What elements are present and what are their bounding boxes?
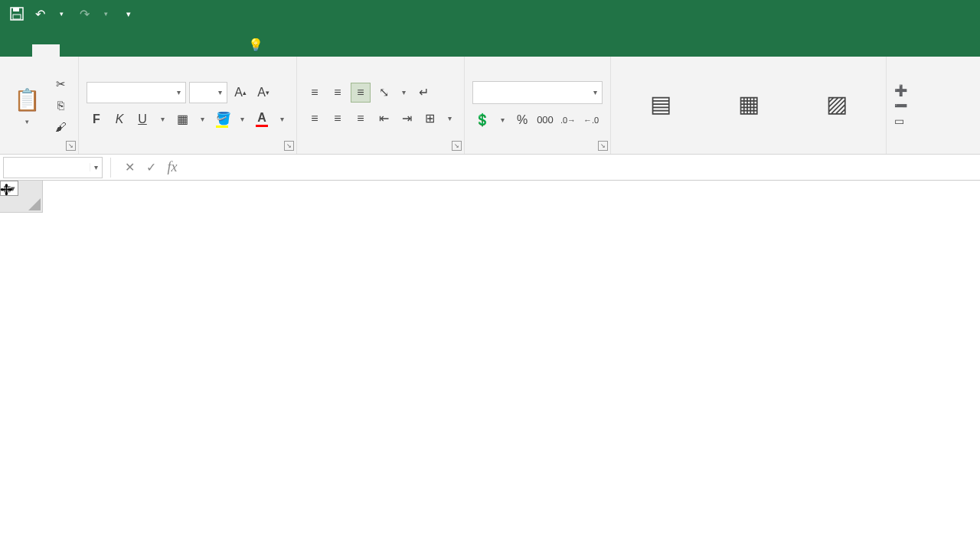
styles-group-label bbox=[619, 151, 878, 152]
ribbon-tabs: 💡 bbox=[0, 28, 980, 57]
border-button[interactable]: ▦ bbox=[172, 109, 192, 129]
alignment-dialog-launcher[interactable]: ↘ bbox=[452, 141, 462, 151]
tab-formulas[interactable] bbox=[115, 44, 142, 57]
cancel-formula-button[interactable]: ✕ bbox=[119, 157, 140, 178]
increase-indent-button[interactable]: ⇥ bbox=[397, 109, 416, 129]
delete-cells-icon: ➖ bbox=[894, 99, 907, 112]
border-dd[interactable]: ▾ bbox=[195, 115, 209, 123]
number-dialog-launcher[interactable]: ↘ bbox=[598, 141, 608, 151]
conditional-formatting-button[interactable]: ▤ bbox=[639, 88, 683, 123]
insert-function-button[interactable]: fx bbox=[162, 157, 183, 178]
tab-file[interactable] bbox=[5, 44, 32, 57]
svg-rect-1 bbox=[13, 8, 19, 11]
decrease-indent-button[interactable]: ⇤ bbox=[374, 109, 394, 129]
percent-button[interactable]: % bbox=[512, 110, 532, 130]
orientation-button[interactable]: ⤡ bbox=[374, 83, 394, 103]
group-alignment: ≡ ≡ ≡ ⤡ ▾ ↵ ≡ ≡ ≡ ⇤ ⇥ ⊞ ▾ ↘ bbox=[297, 57, 465, 154]
decrease-font-button[interactable]: A▾ bbox=[253, 83, 273, 103]
format-cells-icon: ▭ bbox=[894, 115, 904, 127]
font-size-dropdown-icon: ▾ bbox=[213, 88, 227, 96]
formula-bar: ▾ ✕ ✓ fx bbox=[0, 155, 980, 181]
insert-cells-icon: ➕ bbox=[894, 84, 907, 96]
font-group-label bbox=[87, 151, 289, 152]
format-cells-button[interactable]: ▭ bbox=[894, 115, 909, 127]
format-as-table-icon: ▦ bbox=[733, 90, 765, 120]
increase-font-button[interactable]: A▴ bbox=[230, 83, 250, 103]
font-name-input[interactable] bbox=[87, 86, 172, 99]
group-number: ▾ 💲 ▾ % 000 .0→ ←.0 ↘ bbox=[465, 57, 611, 154]
alignment-group-label bbox=[305, 151, 456, 152]
redo-dropdown[interactable]: ▾ bbox=[95, 3, 116, 24]
underline-dd[interactable]: ▾ bbox=[155, 115, 169, 123]
number-format-combo[interactable]: ▾ bbox=[472, 81, 603, 104]
cut-button[interactable]: ✂ bbox=[51, 74, 70, 94]
group-styles: ▤ ▦ ▨ bbox=[611, 57, 887, 154]
font-dialog-launcher[interactable]: ↘ bbox=[284, 141, 294, 151]
italic-button[interactable]: K bbox=[109, 109, 129, 129]
accounting-format-button[interactable]: 💲 bbox=[472, 110, 492, 130]
ribbon: 📋 ▾ ✂ ⎘ 🖌 ↘ ▾ ▾ bbox=[0, 57, 980, 155]
bulb-icon: 💡 bbox=[248, 37, 263, 52]
accounting-dd[interactable]: ▾ bbox=[495, 116, 509, 124]
autofill-options-button[interactable]: ▦▾ bbox=[0, 181, 18, 196]
clipboard-dialog-launcher[interactable]: ↘ bbox=[66, 141, 76, 151]
font-name-combo[interactable]: ▾ bbox=[87, 82, 186, 103]
underline-button[interactable]: U bbox=[132, 109, 152, 129]
name-box[interactable]: ▾ bbox=[3, 157, 103, 178]
insert-cells-button[interactable]: ➕ bbox=[894, 84, 912, 96]
separator bbox=[110, 158, 111, 178]
number-group-label bbox=[472, 151, 603, 152]
redo-button[interactable]: ↷ bbox=[74, 3, 95, 24]
font-size-input[interactable] bbox=[190, 86, 213, 99]
group-clipboard: 📋 ▾ ✂ ⎘ 🖌 ↘ bbox=[0, 57, 79, 154]
merge-button[interactable]: ⊞ bbox=[420, 109, 439, 129]
tab-home[interactable] bbox=[32, 44, 60, 57]
increase-decimal-button[interactable]: .0→ bbox=[558, 110, 578, 130]
name-box-dd-icon: ▾ bbox=[90, 163, 102, 171]
undo-button[interactable]: ↶ bbox=[29, 3, 51, 24]
quick-access-toolbar: ↶ ▾ ↷ ▾ ▾ bbox=[6, 3, 139, 24]
paste-dropdown-icon: ▾ bbox=[25, 118, 29, 126]
merge-dd[interactable]: ▾ bbox=[443, 114, 456, 122]
paste-button[interactable]: 📋 ▾ bbox=[8, 71, 46, 140]
cell-styles-icon: ▨ bbox=[821, 90, 853, 120]
font-color-button[interactable]: A bbox=[252, 109, 272, 129]
tab-view[interactable] bbox=[198, 44, 225, 57]
wrap-text-button[interactable]: ↵ bbox=[413, 83, 433, 103]
font-name-dropdown-icon: ▾ bbox=[172, 88, 185, 96]
undo-dropdown[interactable]: ▾ bbox=[51, 3, 72, 24]
align-middle-button[interactable]: ≡ bbox=[328, 83, 348, 103]
font-color-dd[interactable]: ▾ bbox=[275, 115, 289, 123]
tab-data[interactable] bbox=[142, 44, 170, 57]
bold-button[interactable]: F bbox=[87, 109, 106, 129]
comma-style-button[interactable]: 000 bbox=[535, 110, 555, 130]
align-right-button[interactable]: ≡ bbox=[351, 109, 371, 129]
copy-button[interactable]: ⎘ bbox=[51, 96, 70, 116]
delete-cells-button[interactable]: ➖ bbox=[894, 99, 912, 112]
save-button[interactable] bbox=[6, 3, 28, 24]
name-box-input[interactable] bbox=[4, 161, 90, 174]
fill-color-button[interactable]: 🪣 bbox=[212, 109, 232, 129]
svg-marker-3 bbox=[28, 198, 41, 210]
tab-review[interactable] bbox=[170, 44, 198, 57]
format-as-table-button[interactable]: ▦ bbox=[727, 88, 771, 123]
tab-insert[interactable] bbox=[60, 44, 87, 57]
tab-page-layout[interactable] bbox=[87, 44, 115, 57]
orientation-dd[interactable]: ▾ bbox=[397, 88, 410, 96]
cell-styles-button[interactable]: ▨ bbox=[815, 88, 859, 123]
formula-input[interactable] bbox=[183, 159, 980, 175]
align-left-button[interactable]: ≡ bbox=[305, 109, 325, 129]
font-size-combo[interactable]: ▾ bbox=[189, 82, 227, 103]
tell-me-search[interactable]: 💡 bbox=[240, 33, 276, 57]
number-format-dd-icon: ▾ bbox=[588, 88, 602, 96]
fill-dd[interactable]: ▾ bbox=[235, 115, 249, 123]
accept-formula-button[interactable]: ✓ bbox=[140, 157, 162, 178]
align-top-button[interactable]: ≡ bbox=[305, 83, 325, 103]
conditional-formatting-icon: ▤ bbox=[645, 90, 677, 120]
clipboard-icon: 📋 bbox=[12, 86, 41, 115]
decrease-decimal-button[interactable]: ←.0 bbox=[581, 110, 601, 130]
qat-customize[interactable]: ▾ bbox=[118, 3, 139, 24]
format-painter-button[interactable]: 🖌 bbox=[51, 117, 70, 137]
align-center-button[interactable]: ≡ bbox=[328, 109, 348, 129]
align-bottom-button[interactable]: ≡ bbox=[351, 83, 371, 103]
